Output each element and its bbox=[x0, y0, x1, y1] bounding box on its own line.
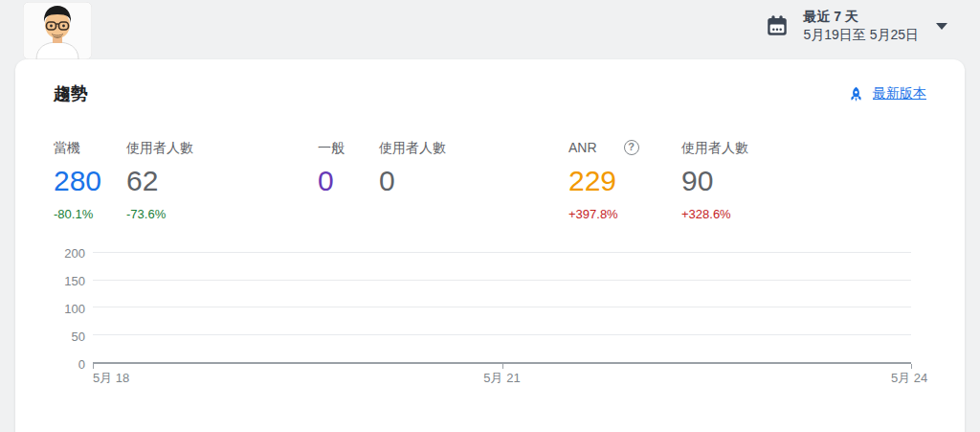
metric-value: 62 bbox=[126, 163, 318, 199]
y-axis-label: 100 bbox=[64, 302, 85, 316]
metric-delta bbox=[379, 207, 568, 222]
metric-label: 當機 bbox=[54, 138, 126, 157]
metric-delta: -80.1% bbox=[54, 207, 126, 222]
y-axis-label: 150 bbox=[64, 274, 85, 288]
metric-label: 一般 bbox=[318, 138, 379, 157]
metric-label: ANR bbox=[568, 138, 597, 157]
date-range-picker[interactable]: 最近 7 天 5月19日至 5月25日 bbox=[765, 8, 947, 44]
metric-anr: ANR ? 229 +397.8% bbox=[568, 138, 681, 222]
y-axis-label: 0 bbox=[78, 357, 85, 372]
x-axis-label: 5月 24 bbox=[891, 370, 927, 387]
rocket-icon bbox=[847, 85, 865, 103]
latest-version-label[interactable]: 最新版本 bbox=[873, 85, 926, 102]
calendar-icon bbox=[765, 13, 790, 38]
page-title: 趨勢 bbox=[54, 82, 88, 105]
metric-label: 使用者人數 bbox=[379, 138, 568, 157]
metric-anr-users: 使用者人數 90 +328.6% bbox=[681, 138, 748, 222]
metric-general-users: 使用者人數 0 bbox=[379, 138, 568, 222]
metric-crashes: 當機 280 -80.1% bbox=[54, 138, 126, 222]
trends-chart: 050100150200 5月 18 5月 21 5月 24 bbox=[54, 253, 911, 385]
chart-bars bbox=[93, 253, 911, 362]
top-bar: 最近 7 天 5月19日至 5月25日 bbox=[0, 0, 980, 59]
metric-delta bbox=[318, 207, 379, 222]
chart-plot bbox=[93, 253, 911, 364]
x-tick bbox=[911, 364, 912, 369]
x-axis-labels: 5月 18 5月 21 5月 24 bbox=[93, 364, 911, 385]
metric-value: 0 bbox=[318, 163, 379, 199]
metric-crash-users: 使用者人數 62 -73.6% bbox=[126, 138, 318, 222]
metric-delta: +397.8% bbox=[568, 207, 681, 222]
y-axis-labels: 050100150200 bbox=[54, 253, 93, 364]
chevron-down-icon bbox=[936, 23, 947, 30]
metric-delta: +328.6% bbox=[681, 207, 748, 222]
metric-label: 使用者人數 bbox=[681, 138, 748, 157]
metric-value: 0 bbox=[379, 163, 568, 199]
metric-general: 一般 0 bbox=[318, 138, 379, 222]
y-axis-label: 50 bbox=[72, 330, 85, 344]
y-axis-label: 200 bbox=[64, 246, 85, 261]
date-range-value: 5月19日至 5月25日 bbox=[803, 26, 919, 44]
metric-delta: -73.6% bbox=[126, 207, 318, 222]
metric-value: 280 bbox=[54, 163, 126, 199]
metrics-row: 當機 280 -80.1% 使用者人數 62 -73.6% 一般 0 使用者人數… bbox=[54, 138, 926, 222]
trends-card: 趨勢 最新版本 當機 280 -80.1% 使用者人數 62 -73.6% 一般… bbox=[15, 59, 965, 432]
metric-value: 229 bbox=[568, 163, 681, 199]
x-axis-label: 5月 18 bbox=[93, 370, 129, 387]
user-avatar[interactable] bbox=[23, 2, 92, 59]
metric-label: 使用者人數 bbox=[126, 138, 318, 157]
latest-version-link[interactable]: 最新版本 bbox=[847, 85, 926, 103]
metric-value: 90 bbox=[681, 163, 748, 199]
avatar-illustration bbox=[23, 2, 92, 59]
help-icon[interactable]: ? bbox=[624, 140, 639, 155]
date-range-title: 最近 7 天 bbox=[803, 8, 919, 26]
x-axis-label: 5月 21 bbox=[483, 370, 520, 387]
